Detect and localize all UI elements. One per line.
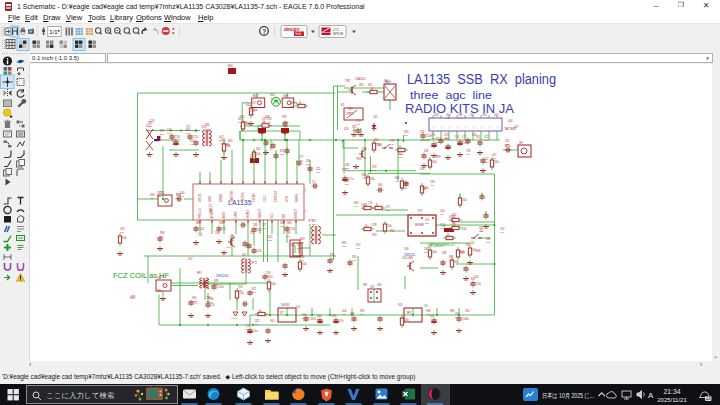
svg-text:30k: 30k [316, 171, 321, 174]
svg-text:90k: 90k [466, 153, 471, 156]
svg-text:50k: 50k [262, 227, 267, 230]
svg-text:EMKO: EMKO [246, 209, 250, 218]
svg-text:20k: 20k [299, 159, 304, 162]
svg-text:13: 13 [706, 396, 712, 401]
svg-text:RF1: RF1 [197, 271, 202, 275]
svg-text:618: 618 [420, 167, 425, 171]
svg-text:10k: 10k [370, 177, 375, 181]
svg-text:JFT2: JFT2 [251, 261, 257, 265]
svg-text:301: 301 [368, 83, 373, 87]
svg-text:60k: 60k [148, 125, 153, 128]
svg-text:90k: 90k [180, 195, 185, 198]
svg-text:70k: 70k [230, 239, 235, 242]
svg-text:60k: 60k [267, 121, 272, 124]
svg-text:941: 941 [476, 135, 481, 139]
svg-text:987: 987 [363, 283, 368, 287]
svg-text:K2: K2 [341, 103, 345, 107]
svg-text:396: 396 [225, 143, 230, 147]
svg-text:444: 444 [508, 119, 513, 123]
svg-text:90k: 90k [356, 247, 361, 250]
svg-text:日本は 10月 2025 に...: 日本は 10月 2025 に... [542, 392, 594, 400]
svg-text:230: 230 [215, 231, 220, 235]
svg-text:GFD: GFD [285, 196, 289, 202]
svg-text:231: 231 [420, 130, 425, 134]
svg-text:274: 274 [160, 275, 165, 279]
svg-text:900: 900 [378, 183, 383, 187]
svg-text:20k: 20k [403, 187, 408, 190]
svg-text:674: 674 [243, 121, 248, 125]
svg-text:90k: 90k [430, 184, 435, 187]
svg-text:191: 191 [378, 143, 383, 147]
svg-text:332: 332 [256, 147, 261, 151]
svg-text:345: 345 [434, 113, 439, 117]
svg-text:578: 578 [372, 223, 377, 227]
svg-text:link: link [296, 32, 302, 36]
svg-text:40k: 40k [395, 180, 400, 183]
svg-text:2SA1015: 2SA1015 [355, 77, 366, 81]
svg-text:2SK241: 2SK241 [216, 274, 229, 278]
svg-text:three agc line: three agc line [410, 89, 492, 101]
svg-text:IN: IN [488, 126, 490, 129]
svg-text:5V: 5V [370, 285, 375, 289]
svg-text:C41: C41 [476, 282, 482, 286]
svg-text:IN: IN [440, 126, 442, 129]
svg-text:438: 438 [157, 289, 162, 293]
svg-text:453: 453 [494, 113, 499, 117]
svg-text:A: A [648, 391, 654, 400]
svg-text:10k: 10k [120, 231, 125, 234]
svg-text:C300: C300 [462, 317, 469, 321]
svg-text:938: 938 [219, 221, 224, 225]
svg-text:299: 299 [362, 147, 367, 151]
svg-text:TRIM: TRIM [231, 317, 237, 320]
svg-text:184: 184 [404, 247, 409, 251]
svg-text:C20: C20 [199, 227, 205, 231]
svg-text:20k: 20k [284, 125, 289, 128]
svg-text:TR6: TR6 [226, 246, 231, 249]
svg-text:10k: 10k [252, 291, 257, 294]
svg-text:BVOUT: BVOUT [294, 209, 298, 219]
svg-text:638: 638 [442, 251, 447, 255]
svg-text:90k: 90k [242, 257, 247, 260]
svg-text:MIXER: MIXER [415, 223, 424, 227]
svg-text:10k: 10k [302, 262, 307, 266]
svg-text:IN: IN [480, 126, 482, 129]
svg-text:644: 644 [246, 103, 251, 107]
svg-text:20k: 20k [160, 133, 165, 136]
svg-text:805: 805 [445, 137, 450, 141]
svg-text:10k: 10k [454, 260, 459, 264]
svg-text:928: 928 [282, 115, 287, 119]
svg-text:241: 241 [470, 241, 475, 245]
svg-text:905: 905 [270, 319, 275, 323]
svg-text:47u: 47u [339, 319, 344, 323]
svg-text:414: 414 [430, 314, 435, 318]
svg-text:399: 399 [436, 155, 441, 159]
svg-text:30k: 30k [440, 213, 445, 216]
svg-text:C100: C100 [217, 285, 224, 289]
svg-text:10k: 10k [271, 282, 276, 286]
svg-text:5V: 5V [424, 304, 429, 308]
svg-text:240: 240 [462, 227, 467, 231]
svg-text:IN: IN [448, 126, 450, 129]
svg-text:C13: C13 [193, 135, 199, 139]
svg-text:VCCI: VCCI [263, 195, 267, 202]
svg-text:846: 846 [205, 123, 210, 127]
svg-text:155: 155 [198, 233, 203, 237]
svg-text:10u: 10u [253, 329, 258, 333]
svg-text:40k: 40k [352, 259, 357, 262]
svg-text:10k: 10k [122, 236, 127, 240]
svg-text:C9: C9 [222, 227, 226, 231]
svg-text:VoR: VoR [283, 94, 288, 98]
svg-text:10k: 10k [387, 224, 392, 228]
svg-text:30k: 30k [484, 161, 489, 164]
svg-text:2025/11/21: 2025/11/21 [657, 397, 687, 403]
svg-text:447: 447 [514, 125, 519, 129]
svg-text:145: 145 [373, 115, 378, 119]
svg-text:XT: XT [280, 311, 284, 315]
svg-text:TR4: TR4 [356, 157, 361, 161]
svg-text:784: 784 [482, 113, 487, 117]
svg-text:VCC: VCC [270, 213, 274, 219]
svg-text:GNCB: GNCB [198, 194, 202, 202]
svg-text:390: 390 [465, 309, 470, 313]
svg-text:628: 628 [424, 149, 429, 153]
svg-text:953: 953 [460, 251, 465, 255]
